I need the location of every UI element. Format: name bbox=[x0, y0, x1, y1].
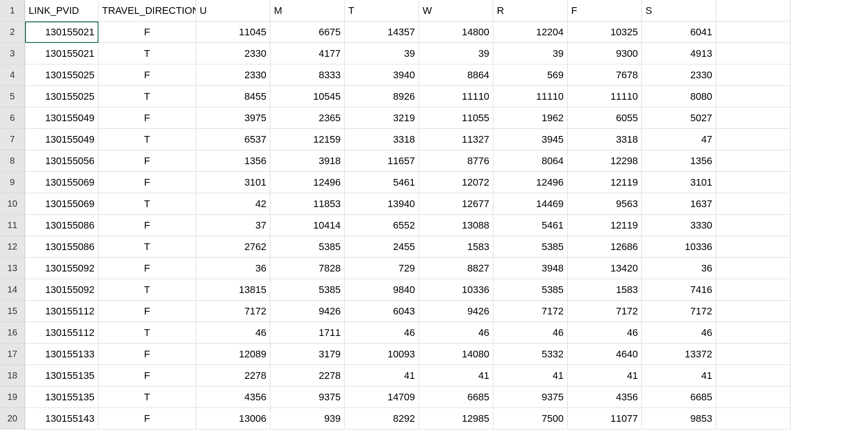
cell-W[interactable]: 11110 bbox=[419, 86, 493, 107]
cell-M[interactable]: 3179 bbox=[270, 344, 345, 365]
cell-R[interactable]: 3948 bbox=[493, 258, 568, 279]
cell-M[interactable]: 10545 bbox=[270, 86, 345, 107]
empty-cell[interactable] bbox=[716, 386, 791, 408]
cell-R[interactable]: 569 bbox=[493, 64, 568, 86]
cell-travel-direction[interactable]: F bbox=[98, 301, 196, 322]
cell-W[interactable]: 8776 bbox=[419, 150, 493, 172]
row-header-8[interactable]: 8 bbox=[0, 150, 25, 172]
cell-link-pvid[interactable]: 130155143 bbox=[25, 408, 98, 429]
cell-R[interactable]: 5461 bbox=[493, 215, 568, 236]
cell-U[interactable]: 3975 bbox=[196, 107, 270, 129]
cell-M[interactable]: 11853 bbox=[270, 193, 345, 215]
cell-R[interactable]: 9375 bbox=[493, 386, 568, 408]
cell-W[interactable]: 8864 bbox=[419, 64, 493, 86]
cell-T[interactable]: 14709 bbox=[345, 386, 419, 408]
cell-R[interactable]: 5385 bbox=[493, 236, 568, 258]
cell-T[interactable]: 8292 bbox=[345, 408, 419, 429]
empty-cell[interactable] bbox=[716, 193, 791, 215]
cell-travel-direction[interactable]: F bbox=[98, 150, 196, 172]
cell-F[interactable]: 9563 bbox=[568, 193, 642, 215]
cell-link-pvid[interactable]: 130155069 bbox=[25, 193, 98, 215]
cell-U[interactable]: 3101 bbox=[196, 172, 270, 193]
row-header-19[interactable]: 19 bbox=[0, 386, 25, 408]
cell-F[interactable]: 1583 bbox=[568, 279, 642, 301]
cell-travel-direction[interactable]: F bbox=[98, 64, 196, 86]
cell-S[interactable]: 4913 bbox=[642, 43, 716, 64]
cell-travel-direction[interactable]: T bbox=[98, 43, 196, 64]
cell-M[interactable]: 3918 bbox=[270, 150, 345, 172]
cell-F[interactable]: 46 bbox=[568, 322, 642, 344]
cell-F[interactable]: 41 bbox=[568, 365, 642, 386]
cell-travel-direction[interactable]: T bbox=[98, 279, 196, 301]
cell-T[interactable]: 729 bbox=[345, 258, 419, 279]
cell-F[interactable]: 12686 bbox=[568, 236, 642, 258]
cell-T[interactable]: 14357 bbox=[345, 21, 419, 43]
cell-U[interactable]: 2330 bbox=[196, 64, 270, 86]
cell-U[interactable]: 12089 bbox=[196, 344, 270, 365]
column-header-LINK_PVID[interactable]: LINK_PVID bbox=[25, 0, 98, 21]
cell-R[interactable]: 8064 bbox=[493, 150, 568, 172]
cell-link-pvid[interactable]: 130155135 bbox=[25, 386, 98, 408]
empty-cell[interactable] bbox=[716, 150, 791, 172]
cell-U[interactable]: 11045 bbox=[196, 21, 270, 43]
cell-link-pvid[interactable]: 130155021 bbox=[25, 21, 98, 43]
cell-T[interactable]: 5461 bbox=[345, 172, 419, 193]
cell-W[interactable]: 11055 bbox=[419, 107, 493, 129]
cell-U[interactable]: 42 bbox=[196, 193, 270, 215]
empty-cell[interactable] bbox=[716, 86, 791, 107]
cell-W[interactable]: 1583 bbox=[419, 236, 493, 258]
empty-cell[interactable] bbox=[716, 365, 791, 386]
cell-F[interactable]: 3318 bbox=[568, 129, 642, 150]
row-header-17[interactable]: 17 bbox=[0, 344, 25, 365]
row-header-9[interactable]: 9 bbox=[0, 172, 25, 193]
cell-M[interactable]: 9426 bbox=[270, 301, 345, 322]
cell-S[interactable]: 2330 bbox=[642, 64, 716, 86]
row-header-10[interactable]: 10 bbox=[0, 193, 25, 215]
cell-S[interactable]: 47 bbox=[642, 129, 716, 150]
cell-R[interactable]: 14469 bbox=[493, 193, 568, 215]
cell-U[interactable]: 46 bbox=[196, 322, 270, 344]
row-header-2[interactable]: 2 bbox=[0, 21, 25, 43]
cell-W[interactable]: 39 bbox=[419, 43, 493, 64]
cell-T[interactable]: 6043 bbox=[345, 301, 419, 322]
cell-link-pvid[interactable]: 130155069 bbox=[25, 172, 98, 193]
cell-link-pvid[interactable]: 130155049 bbox=[25, 129, 98, 150]
cell-M[interactable]: 10414 bbox=[270, 215, 345, 236]
cell-travel-direction[interactable]: T bbox=[98, 322, 196, 344]
row-header-6[interactable]: 6 bbox=[0, 107, 25, 129]
column-header-W[interactable]: W bbox=[419, 0, 493, 21]
cell-U[interactable]: 4356 bbox=[196, 386, 270, 408]
cell-T[interactable]: 6552 bbox=[345, 215, 419, 236]
cell-S[interactable]: 36 bbox=[642, 258, 716, 279]
cell-M[interactable]: 5385 bbox=[270, 236, 345, 258]
empty-cell[interactable] bbox=[716, 172, 791, 193]
cell-S[interactable]: 7172 bbox=[642, 301, 716, 322]
cell-U[interactable]: 2330 bbox=[196, 43, 270, 64]
row-header-12[interactable]: 12 bbox=[0, 236, 25, 258]
cell-R[interactable]: 41 bbox=[493, 365, 568, 386]
cell-M[interactable]: 12496 bbox=[270, 172, 345, 193]
cell-S[interactable]: 8080 bbox=[642, 86, 716, 107]
cell-U[interactable]: 13006 bbox=[196, 408, 270, 429]
cell-S[interactable]: 41 bbox=[642, 365, 716, 386]
cell-W[interactable]: 41 bbox=[419, 365, 493, 386]
column-header-S[interactable]: S bbox=[642, 0, 716, 21]
empty-cell[interactable] bbox=[716, 408, 791, 429]
cell-M[interactable]: 7828 bbox=[270, 258, 345, 279]
cell-travel-direction[interactable]: F bbox=[98, 21, 196, 43]
cell-M[interactable]: 2365 bbox=[270, 107, 345, 129]
cell-M[interactable]: 939 bbox=[270, 408, 345, 429]
cell-link-pvid[interactable]: 130155086 bbox=[25, 215, 98, 236]
cell-F[interactable]: 10325 bbox=[568, 21, 642, 43]
cell-W[interactable]: 6685 bbox=[419, 386, 493, 408]
cell-M[interactable]: 9375 bbox=[270, 386, 345, 408]
column-header-T[interactable]: T bbox=[345, 0, 419, 21]
cell-T[interactable]: 8926 bbox=[345, 86, 419, 107]
cell-U[interactable]: 6537 bbox=[196, 129, 270, 150]
cell-W[interactable]: 9426 bbox=[419, 301, 493, 322]
cell-F[interactable]: 7172 bbox=[568, 301, 642, 322]
cell-S[interactable]: 6685 bbox=[642, 386, 716, 408]
column-header-U[interactable]: U bbox=[196, 0, 270, 21]
empty-cell[interactable] bbox=[716, 344, 791, 365]
cell-W[interactable]: 12677 bbox=[419, 193, 493, 215]
